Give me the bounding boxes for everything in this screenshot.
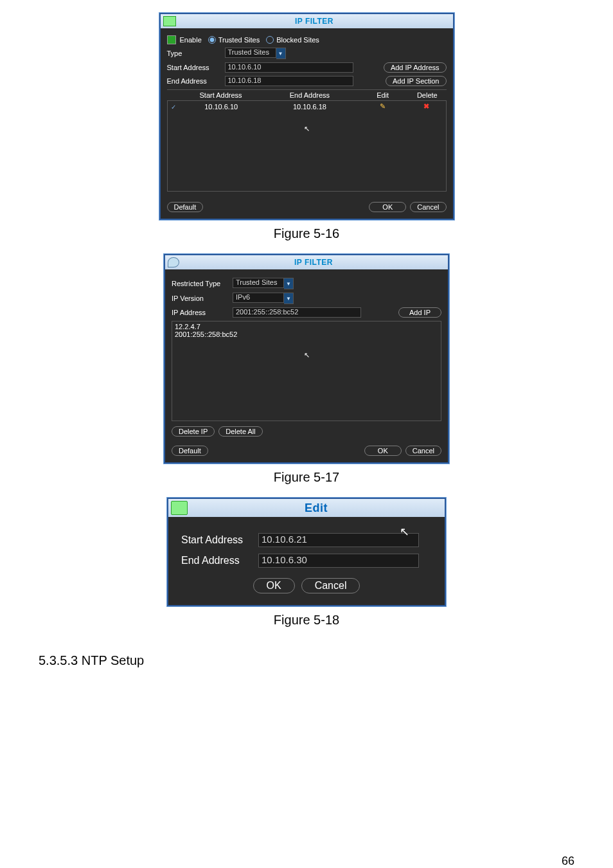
end-address-label: End Address bbox=[181, 555, 258, 566]
col-delete: Delete bbox=[408, 91, 446, 99]
list-item[interactable]: 2001:255::258:bc52 bbox=[175, 330, 438, 338]
trusted-label: Trusted Sites bbox=[218, 36, 260, 44]
app-icon bbox=[171, 501, 188, 515]
blocked-radio[interactable] bbox=[266, 36, 274, 44]
enable-checkbox[interactable] bbox=[167, 35, 176, 44]
add-ip-section-button[interactable]: Add IP Section bbox=[386, 76, 447, 86]
ok-button[interactable]: OK bbox=[369, 202, 406, 212]
dialog-title: IP FILTER bbox=[179, 258, 448, 267]
ok-button[interactable]: OK bbox=[364, 446, 402, 456]
cursor-icon: ↖ bbox=[304, 351, 310, 359]
enable-label: Enable bbox=[180, 36, 202, 44]
delete-icon[interactable]: ✖ bbox=[423, 102, 429, 110]
edit-dialog: Edit ↖ Start Address 10.10.6.21 End Addr… bbox=[167, 498, 446, 606]
cancel-button[interactable]: Cancel bbox=[405, 446, 441, 456]
add-ip-button[interactable]: Add IP bbox=[398, 307, 441, 318]
chevron-down-icon[interactable]: ▼ bbox=[284, 278, 294, 289]
figure-caption-3: Figure 5-18 bbox=[0, 613, 613, 628]
titlebar: IP FILTER bbox=[165, 255, 448, 269]
ip-address-input[interactable]: 2001:255::258:bc52 bbox=[233, 307, 361, 318]
ip-address-label: IP Address bbox=[172, 309, 233, 316]
restricted-type-value: Trusted Sites bbox=[233, 278, 284, 288]
ip-version-value: IPv6 bbox=[233, 293, 284, 303]
col-start: Start Address bbox=[179, 91, 262, 99]
enable-row: Enable Trusted Sites Blocked Sites bbox=[167, 35, 447, 44]
restricted-type-select[interactable]: Trusted Sites ▼ bbox=[233, 278, 294, 289]
delete-all-button[interactable]: Delete All bbox=[218, 426, 262, 437]
start-address-label: Start Address bbox=[181, 534, 258, 546]
list-item[interactable]: 12.2.4.7 bbox=[175, 323, 438, 330]
type-label: Type bbox=[167, 50, 225, 57]
ip-version-label: IP Version bbox=[172, 294, 233, 302]
blocked-label: Blocked Sites bbox=[276, 36, 319, 44]
ip-version-select[interactable]: IPv6 ▼ bbox=[233, 293, 294, 304]
default-button[interactable]: Default bbox=[172, 446, 208, 456]
start-address-input[interactable]: 10.10.6.10 bbox=[225, 62, 353, 73]
restricted-type-label: Restricted Type bbox=[172, 280, 233, 287]
table-row: ✓ 10.10.6.10 10.10.6.18 ✎ ✖ bbox=[168, 101, 446, 112]
ip-filter-dialog-1: IP FILTER Enable Trusted Sites Blocked S… bbox=[159, 13, 454, 220]
trusted-radio[interactable] bbox=[208, 36, 216, 44]
chevron-down-icon[interactable]: ▼ bbox=[284, 293, 294, 304]
cursor-icon: ↖ bbox=[400, 525, 409, 539]
ip-filter-dialog-2: IP FILTER Restricted Type Trusted Sites … bbox=[164, 254, 449, 464]
col-end: End Address bbox=[262, 91, 357, 99]
figure-caption-1: Figure 5-16 bbox=[0, 226, 613, 241]
dialog-title: IP FILTER bbox=[176, 17, 453, 26]
default-button[interactable]: Default bbox=[167, 202, 204, 212]
edit-icon[interactable]: ✎ bbox=[380, 102, 386, 110]
ok-button[interactable]: OK bbox=[253, 578, 295, 593]
add-ip-address-button[interactable]: Add IP Address bbox=[384, 62, 447, 73]
table-header: Start Address End Address Edit Delete bbox=[167, 89, 447, 100]
row-check-icon[interactable]: ✓ bbox=[171, 104, 176, 111]
end-address-input[interactable]: 10.10.6.18 bbox=[225, 76, 353, 86]
titlebar: Edit bbox=[168, 499, 445, 517]
type-value: Trusted Sites bbox=[225, 48, 276, 58]
cancel-button[interactable]: Cancel bbox=[410, 202, 446, 212]
cancel-button[interactable]: Cancel bbox=[301, 578, 360, 593]
page-number: 66 bbox=[562, 854, 574, 868]
dialog-title: Edit bbox=[188, 502, 445, 515]
cursor-icon: ↖ bbox=[304, 125, 310, 132]
chevron-down-icon[interactable]: ▼ bbox=[276, 48, 286, 59]
figure-caption-2: Figure 5-17 bbox=[0, 470, 613, 485]
ip-table: ✓ 10.10.6.10 10.10.6.18 ✎ ✖ ↖ bbox=[167, 100, 447, 192]
col-edit: Edit bbox=[357, 91, 408, 99]
titlebar: IP FILTER bbox=[161, 14, 453, 28]
type-select[interactable]: Trusted Sites ▼ bbox=[225, 48, 286, 59]
row-end: 10.10.6.18 bbox=[262, 103, 357, 111]
end-address-label: End Address bbox=[167, 77, 225, 85]
delete-ip-button[interactable]: Delete IP bbox=[172, 426, 215, 437]
start-address-label: Start Address bbox=[167, 64, 225, 71]
end-address-input[interactable]: 10.10.6.30 bbox=[258, 554, 419, 568]
start-address-input[interactable]: 10.10.6.21 bbox=[258, 533, 419, 547]
app-icon bbox=[163, 16, 176, 26]
row-start: 10.10.6.10 bbox=[180, 103, 262, 111]
app-icon bbox=[168, 257, 179, 267]
section-heading: 5.3.5.3 NTP Setup bbox=[39, 653, 613, 668]
ip-listbox[interactable]: 12.2.4.7 2001:255::258:bc52 ↖ bbox=[172, 321, 441, 421]
